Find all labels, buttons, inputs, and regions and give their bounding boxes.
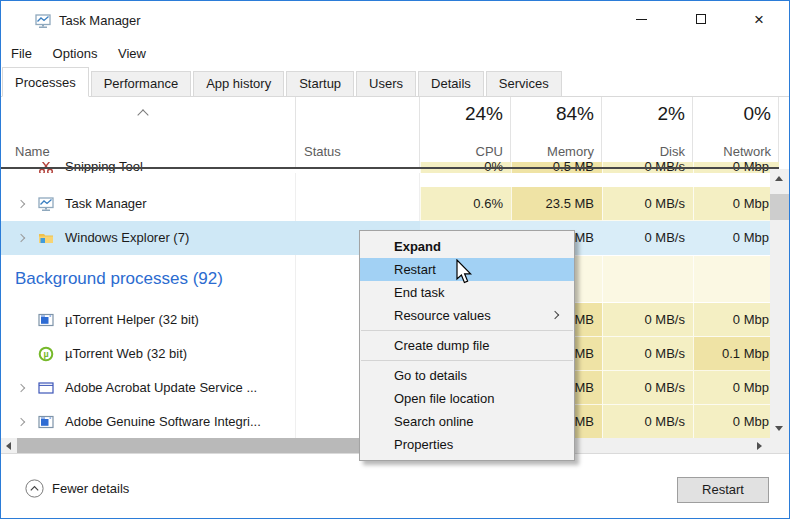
scroll-right-icon[interactable]	[757, 442, 762, 450]
menu-item-label: Search online	[394, 414, 474, 429]
restart-action-button[interactable]: Restart	[677, 477, 769, 503]
cpu-total[interactable]: 24%	[420, 103, 503, 125]
menu-bar: File Options View	[1, 41, 789, 67]
disk-cell	[602, 256, 693, 302]
task-manager-icon	[38, 196, 54, 212]
network-cell: 0.1 Mbp	[693, 337, 779, 371]
chevron-right-icon[interactable]	[17, 200, 25, 208]
menu-item-label: End task	[394, 285, 445, 300]
column-name[interactable]: Name	[15, 144, 50, 159]
column-header: Name Status 24% CPU 84% Memory 2% Disk 0…	[1, 97, 789, 167]
column-network[interactable]: Network	[693, 144, 771, 159]
menu-item-create-dump-file[interactable]: Create dump file	[360, 334, 574, 357]
header-divider	[1, 167, 779, 169]
vertical-scrollbar-thumb[interactable]	[770, 194, 789, 220]
tab-processes[interactable]: Processes	[2, 67, 89, 97]
process-name: Windows Explorer (7)	[65, 221, 189, 255]
minimize-icon	[636, 19, 647, 20]
app-window-icon	[38, 312, 54, 328]
disk-cell: 0 MB/s	[602, 303, 693, 337]
column-status[interactable]: Status	[304, 144, 341, 159]
network-cell: 0 Mbp	[693, 405, 779, 438]
tab-startup[interactable]: Startup	[286, 71, 354, 96]
app-window-icon	[38, 414, 54, 430]
utorrent-icon: µ	[38, 346, 54, 362]
column-disk[interactable]: Disk	[602, 144, 685, 159]
chevron-right-icon[interactable]	[17, 418, 25, 426]
tab-users[interactable]: Users	[356, 71, 416, 96]
fewer-details-label: Fewer details	[52, 481, 129, 496]
menu-item-go-to-details[interactable]: Go to details	[360, 364, 574, 387]
chevron-up-circle-icon	[25, 479, 44, 498]
minimize-button[interactable]	[618, 1, 664, 37]
menu-separator	[361, 330, 573, 331]
footer-bar: Fewer details Restart	[1, 453, 789, 518]
tab-details[interactable]: Details	[418, 71, 484, 96]
close-icon: ×	[754, 11, 764, 28]
memory-total[interactable]: 84%	[511, 103, 594, 125]
menu-item-open-file-location[interactable]: Open file location	[360, 387, 574, 410]
tab-bar: Processes Performance App history Startu…	[1, 67, 789, 97]
disk-cell: 0 MB/s	[602, 371, 693, 405]
close-button[interactable]: ×	[736, 1, 782, 37]
menu-options[interactable]: Options	[53, 41, 98, 67]
network-cell: 0 Mbp	[693, 303, 779, 337]
menu-item-label: Expand	[394, 239, 441, 254]
network-cell: 0 Mbp	[693, 371, 779, 405]
title-bar: Task Manager ×	[1, 1, 789, 41]
scroll-down-icon[interactable]	[775, 426, 783, 431]
memory-cell: 23.5 MB	[511, 187, 602, 221]
disk-cell: 0 MB/s	[602, 405, 693, 438]
tab-app-history[interactable]: App history	[193, 71, 284, 96]
menu-item-label: Open file location	[394, 391, 494, 406]
process-name: Task Manager	[65, 187, 147, 221]
network-cell: 0 Mbp	[693, 187, 779, 221]
menu-item-search-online[interactable]: Search online	[360, 410, 574, 433]
chevron-right-icon[interactable]	[17, 384, 25, 392]
disk-cell: 0 MB/s	[602, 337, 693, 371]
scroll-left-icon[interactable]	[6, 442, 11, 450]
menu-item-label: Resource values	[394, 308, 491, 323]
cpu-cell: 0.6%	[420, 187, 511, 221]
scrollbar-corner	[770, 438, 789, 453]
menu-item-properties[interactable]: Properties	[360, 433, 574, 456]
mu-glyph: µ	[43, 349, 48, 359]
tab-performance[interactable]: Performance	[91, 71, 191, 96]
tab-services[interactable]: Services	[486, 71, 562, 96]
network-cell: 0 Mbp	[693, 221, 779, 255]
window-outline-icon	[38, 380, 54, 396]
menu-item-label: Properties	[394, 437, 453, 452]
submenu-arrow-icon	[551, 311, 559, 319]
menu-item-expand[interactable]: Expand	[360, 235, 574, 258]
menu-separator	[361, 360, 573, 361]
column-cpu[interactable]: CPU	[420, 144, 503, 159]
maximize-button[interactable]	[678, 1, 724, 37]
table-row[interactable]: Task Manager 0.6% 23.5 MB 0 MB/s 0 Mbp	[1, 187, 779, 221]
menu-view[interactable]: View	[118, 41, 146, 67]
sort-ascending-icon	[137, 109, 148, 120]
process-name: Adobe Genuine Software Integri...	[65, 405, 261, 438]
task-manager-window: Task Manager × File Options View Process…	[0, 0, 790, 519]
vertical-scrollbar[interactable]	[770, 169, 789, 438]
section-header-label: Background processes (92)	[15, 269, 223, 289]
disk-cell: 0 MB/s	[602, 187, 693, 221]
disk-total[interactable]: 2%	[602, 103, 685, 125]
menu-item-resource-values[interactable]: Resource values	[360, 304, 574, 327]
scroll-up-icon[interactable]	[775, 176, 783, 181]
column-memory[interactable]: Memory	[511, 144, 594, 159]
mouse-cursor	[456, 259, 474, 286]
window-title: Task Manager	[59, 1, 141, 41]
network-cell	[693, 256, 779, 302]
chevron-right-icon[interactable]	[17, 234, 25, 242]
folder-icon	[38, 230, 54, 246]
fewer-details-toggle[interactable]: Fewer details	[25, 479, 129, 498]
disk-cell: 0 MB/s	[602, 221, 693, 255]
process-name: µTorrent Web (32 bit)	[65, 337, 187, 371]
process-name: µTorrent Helper (32 bit)	[65, 303, 199, 337]
menu-file[interactable]: File	[11, 41, 32, 67]
menu-item-label: Restart	[394, 262, 436, 277]
task-manager-app-icon	[35, 13, 51, 29]
maximize-icon	[696, 14, 706, 24]
process-name: Adobe Acrobat Update Service ...	[65, 371, 257, 405]
network-total[interactable]: 0%	[693, 103, 771, 125]
